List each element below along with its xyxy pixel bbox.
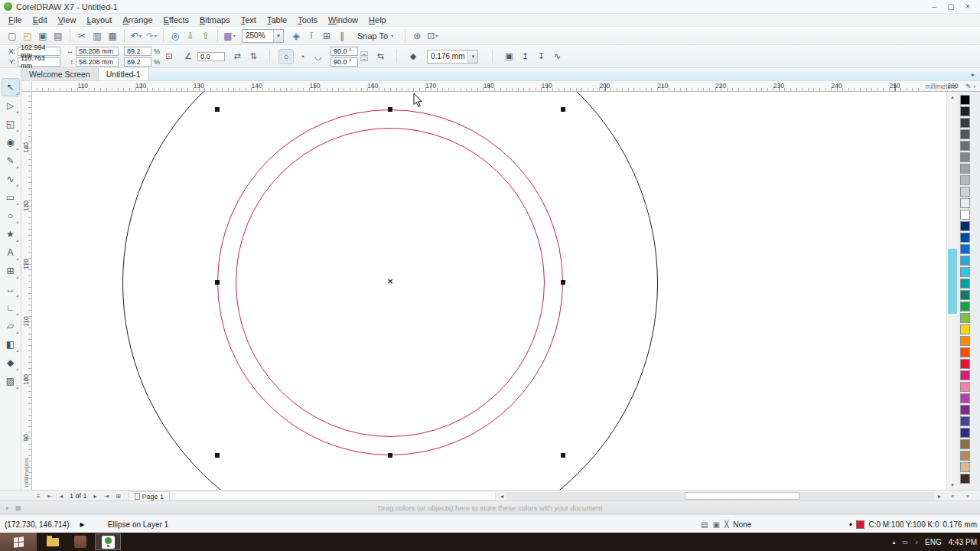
paste-icon[interactable]: ▦ [106,28,119,43]
export-icon[interactable]: ⇧ [199,28,213,43]
file-explorer-button[interactable] [40,533,66,550]
palette-expand-right-icon[interactable]: » [962,491,973,500]
mirror-horizontal-button[interactable]: ⇄ [230,50,244,64]
zoom-levels-combo[interactable]: 250% ▾ [242,29,284,43]
print-icon[interactable]: ▤ [51,28,65,43]
document-info-icon[interactable]: ▤ [701,520,708,529]
color-swatch[interactable] [960,359,970,369]
color-swatch[interactable] [960,370,970,380]
rotation-field[interactable]: 0.0 [197,52,225,61]
vertical-scroll-thumb[interactable] [948,249,957,314]
zoom-caret-icon[interactable]: ▾ [273,30,283,42]
freehand-tool[interactable]: ✎ [2,152,19,169]
end-angle-field[interactable]: 90.0 ° [330,57,358,67]
change-direction-button[interactable]: ⇆ [373,50,387,64]
to-back-button[interactable]: ↧ [534,50,548,64]
selection-handle[interactable] [561,107,565,112]
color-swatch[interactable] [960,439,970,449]
menu-item-layout[interactable]: Layout [81,14,117,26]
start-button[interactable] [0,533,37,551]
mirror-vertical-button[interactable]: ⇅ [246,50,260,64]
table-tool[interactable]: ⊞ [2,262,19,279]
undo-icon[interactable]: ↶▾ [129,28,143,43]
show-grid-icon[interactable]: ⊞ [320,28,334,43]
color-swatch[interactable] [960,187,970,197]
vertical-ruler[interactable]: millimeters 14013012011010090 [21,92,32,490]
y-position-field[interactable]: 116.763 mm [18,57,60,67]
new-document-icon[interactable]: ▢ [5,28,19,43]
tab-untitled-1[interactable]: Untitled-1 [99,68,149,80]
menu-item-edit[interactable]: Edit [28,14,53,26]
ellipse-button[interactable]: ○ [279,50,293,64]
tray-icon[interactable]: ♪ [915,539,918,546]
minimize-button[interactable]: – [926,1,943,13]
color-swatch[interactable] [960,462,970,472]
horizontal-scrollbar[interactable] [507,492,934,500]
save-icon[interactable]: ▣ [36,28,50,43]
ellipse-tool[interactable]: ○ [2,207,19,224]
selection-handle[interactable] [388,107,392,112]
scale-h-field[interactable]: 89.2 [124,47,151,56]
scale-v-field[interactable]: 89.2 [124,57,151,67]
previous-page-icon[interactable]: ◂ [57,493,66,500]
menu-item-table[interactable]: Table [262,14,292,26]
restore-button[interactable]: ▢ [943,1,959,13]
interactive-fill-tool[interactable]: ▨ [2,373,19,390]
tray-icon[interactable]: ▭ [903,539,909,546]
color-swatch[interactable] [960,221,970,231]
color-swatch[interactable] [960,210,970,220]
to-front-button[interactable]: ↥ [518,50,532,64]
menu-item-text[interactable]: Text [236,14,262,26]
horizontal-ruler[interactable]: millimeters 1101201301401501601701801902… [32,81,961,92]
first-page-icon[interactable]: ⇤ [45,493,54,500]
tab-welcome-screen[interactable]: Welcome Screen [21,68,99,80]
color-swatch[interactable] [960,279,970,289]
color-swatch[interactable] [960,474,970,484]
selection-handle[interactable] [215,453,220,458]
scroll-down-icon[interactable]: ▾ [947,480,958,490]
color-swatch[interactable] [960,175,970,185]
shape-tool[interactable]: ▷ [2,97,19,114]
lock-ratio-button[interactable]: ⊡ [162,50,176,64]
selection-handle[interactable] [215,107,220,112]
page-1-tab[interactable]: Page 1 [129,491,171,501]
menu-item-arrange[interactable]: Arrange [117,14,158,26]
snap-to-button[interactable]: Snap To ▾ [353,28,398,43]
open-icon[interactable]: ◰ [21,28,34,43]
selection-handle[interactable] [215,280,220,285]
color-swatch[interactable] [960,451,970,461]
welcome-screen-options-icon[interactable]: ⊡▾ [425,28,439,43]
add-page-icon[interactable]: ⊞ [114,493,123,500]
spin-up-icon[interactable]: ▴ [360,51,368,56]
color-swatch[interactable] [960,244,970,254]
import-icon[interactable]: ⇩ [184,28,197,43]
search-content-icon[interactable]: ◎ [168,28,182,43]
pick-tool[interactable]: ↖ [2,79,19,96]
menu-item-bitmaps[interactable]: Bitmaps [194,14,236,26]
start-angle-field[interactable]: 90.0 ° [330,47,358,56]
language-indicator[interactable]: ENG [925,538,942,546]
menu-item-file[interactable]: File [3,14,28,26]
color-swatch[interactable] [960,336,970,346]
color-eyedropper-tool[interactable]: ◆ [2,354,19,371]
palette-expand-left-icon[interactable]: « [947,491,958,500]
color-swatch[interactable] [960,416,970,426]
ruler-origin-button[interactable] [21,81,32,92]
color-swatch[interactable] [960,164,970,174]
color-swatch[interactable] [960,256,970,266]
color-swatch[interactable] [960,152,970,162]
clock[interactable]: 4:43 PM [949,538,977,546]
color-swatch[interactable] [960,118,970,128]
polygon-tool[interactable]: ★ [2,226,19,243]
scroll-left-icon[interactable]: ◂ [497,491,506,500]
selection-handle[interactable] [388,453,392,458]
color-swatch[interactable] [960,405,970,415]
color-swatch[interactable] [960,290,970,300]
transparency-tool[interactable]: ◧ [2,336,19,353]
color-swatch[interactable] [960,302,970,311]
connector-tool[interactable]: ∟ [2,299,19,316]
menu-item-help[interactable]: Help [363,14,392,26]
color-swatch[interactable] [960,106,970,116]
scroll-right-icon[interactable]: ▸ [935,491,944,500]
drawing-scale-button[interactable]: ✎ ▾ [961,81,980,92]
